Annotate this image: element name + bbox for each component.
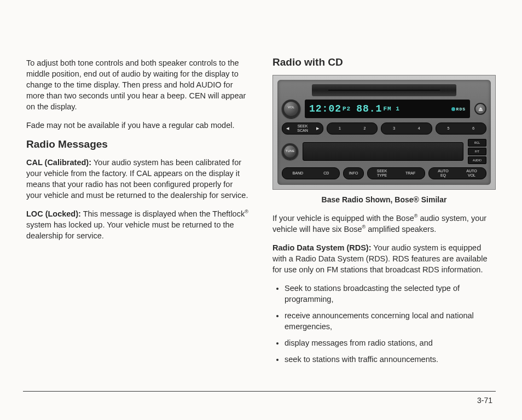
radio-top-row: VOL 12:02 P2 88.1 FM 1 RDS bbox=[282, 100, 486, 118]
display-preset: P2 bbox=[343, 106, 351, 112]
traf-button: TRAF bbox=[405, 171, 415, 176]
preset-4: 4 bbox=[418, 126, 420, 131]
radio-display: 12:02 P2 88.1 FM 1 RDS bbox=[305, 100, 470, 118]
cd-slot bbox=[312, 84, 456, 96]
loc-label: LOC (Locked): bbox=[26, 209, 81, 218]
tune-knob: TUNE bbox=[282, 143, 298, 160]
preset-group-2: 3 4 bbox=[381, 122, 432, 135]
preset-group-1: 1 2 bbox=[327, 122, 378, 135]
seek-left-icon: ◀ bbox=[286, 126, 289, 131]
loc-paragraph: LOC (Locked): This message is displayed … bbox=[26, 208, 250, 241]
display-frequency: 88.1 bbox=[356, 103, 382, 114]
rds-label: Radio Data System (RDS): bbox=[272, 243, 371, 252]
pt-button: P/T bbox=[468, 148, 486, 155]
bottom-button-row: BAND CD INFO SEEK TYPE TRAF AUTO EQ AU bbox=[282, 167, 486, 179]
loc-text-2: system has locked up. Your vehicle must … bbox=[26, 220, 234, 240]
bullet-4: seek to stations with traffic announceme… bbox=[285, 354, 496, 365]
volume-knob: VOL bbox=[282, 100, 300, 118]
radio-messages-heading: Radio Messages bbox=[26, 138, 250, 150]
auto-group: AUTO EQ AUTO VOL bbox=[428, 167, 486, 179]
bose-text-3: amplified speakers. bbox=[366, 225, 436, 234]
right-column: Radio with CD VOL 12:02 P2 88.1 FM 1 RDS bbox=[272, 57, 496, 370]
preset-1: 1 bbox=[339, 126, 341, 131]
radio-illustration: VOL 12:02 P2 88.1 FM 1 RDS bbox=[272, 75, 496, 190]
page-number: 3-71 bbox=[477, 396, 492, 405]
seek-right-icon: ▶ bbox=[316, 126, 319, 131]
bullet-1: Seek to stations broadcasting the select… bbox=[285, 283, 496, 305]
auto-eq-button: AUTO EQ bbox=[438, 169, 448, 178]
radio-caption: Base Radio Shown, Bose® Similar bbox=[272, 195, 496, 204]
audio-button: AUDIO bbox=[468, 156, 486, 164]
tone-controls-paragraph: To adjust both tone controls and both sp… bbox=[26, 57, 250, 112]
radio-with-cd-heading: Radio with CD bbox=[272, 56, 496, 68]
cal-paragraph: CAL (Calibrated): Your audio system has … bbox=[26, 157, 250, 201]
seek-traf-group: SEEK TYPE TRAF bbox=[367, 167, 425, 179]
radio-bezel: VOL 12:02 P2 88.1 FM 1 RDS bbox=[277, 80, 491, 185]
seek-scan-group: ◀ SEEK SCAN ▶ bbox=[282, 122, 323, 135]
square-button-stack: RCL P/T AUDIO bbox=[468, 139, 486, 164]
seek-scan-label: SEEK SCAN bbox=[297, 124, 308, 133]
bose-text-1: If your vehicle is equipped with the Bos… bbox=[272, 214, 414, 223]
seek-type-button: SEEK TYPE bbox=[377, 169, 387, 178]
footer-rule bbox=[23, 391, 496, 392]
rds-indicator: RDS bbox=[451, 107, 466, 112]
fade-note-paragraph: Fade may not be available if you have a … bbox=[26, 120, 250, 131]
loc-text-1: This message is displayed when the Theft… bbox=[81, 209, 245, 218]
info-button: INFO bbox=[349, 171, 358, 176]
left-column: To adjust both tone controls and both sp… bbox=[26, 57, 250, 370]
two-column-layout: To adjust both tone controls and both sp… bbox=[26, 57, 496, 370]
display-time: 12:02 bbox=[309, 103, 341, 114]
info-group: INFO bbox=[343, 167, 364, 179]
preset-2: 2 bbox=[364, 126, 366, 131]
band-cd-group: BAND CD bbox=[282, 167, 340, 179]
rds-bullet-list: Seek to stations broadcasting the select… bbox=[272, 283, 496, 365]
band-button: BAND bbox=[293, 171, 303, 176]
preset-5: 5 bbox=[448, 126, 450, 131]
preset-row: ◀ SEEK SCAN ▶ 1 2 3 4 5 bbox=[282, 122, 486, 135]
preset-group-3: 5 6 bbox=[436, 122, 486, 135]
bose-paragraph: If your vehicle is equipped with the Bos… bbox=[272, 213, 496, 235]
auto-vol-button: AUTO VOL bbox=[466, 169, 477, 178]
cassette-slot bbox=[303, 142, 463, 161]
bullet-3: display messages from radio stations, an… bbox=[285, 337, 496, 348]
cd-button: CD bbox=[323, 171, 329, 176]
rcl-button: RCL bbox=[468, 139, 486, 147]
display-band: FM 1 bbox=[383, 106, 399, 112]
eject-button-icon bbox=[474, 103, 486, 115]
rds-paragraph: Radio Data System (RDS): Your audio syst… bbox=[272, 242, 496, 275]
preset-3: 3 bbox=[393, 126, 395, 131]
preset-6: 6 bbox=[472, 126, 474, 131]
registered-mark: ® bbox=[245, 209, 248, 214]
manual-page: To adjust both tone controls and both sp… bbox=[0, 0, 522, 420]
bullet-2: receive announcements concerning local a… bbox=[285, 310, 496, 332]
cal-label: CAL (Calibrated): bbox=[26, 158, 91, 167]
radio-bottom-row: TUNE RCL P/T AUDIO bbox=[282, 139, 486, 164]
